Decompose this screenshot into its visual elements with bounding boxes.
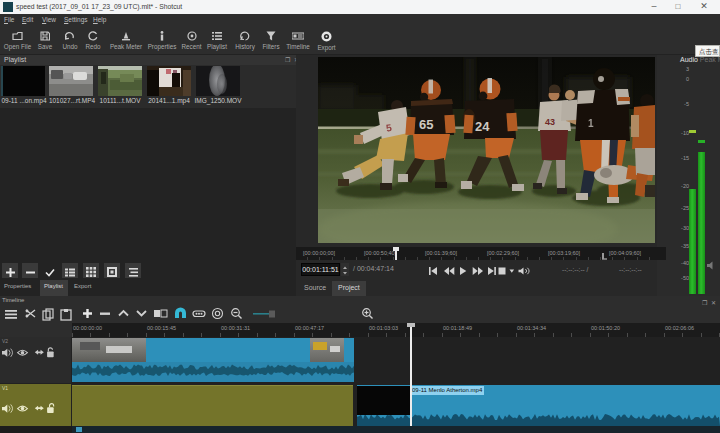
svg-text:43: 43 [545, 117, 555, 127]
svg-text:1: 1 [588, 118, 594, 129]
svg-text:24: 24 [475, 119, 490, 134]
svg-text:65: 65 [419, 117, 433, 132]
